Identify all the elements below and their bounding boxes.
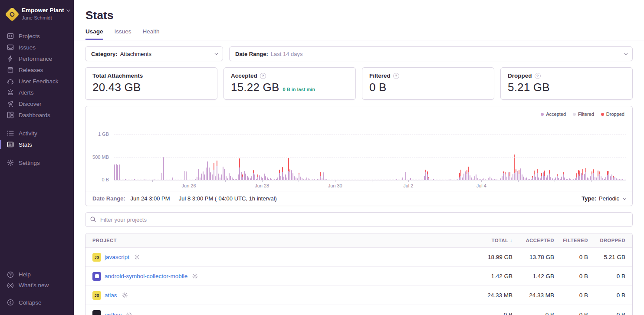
usage-bar — [523, 177, 524, 180]
sidebar-item-settings[interactable]: Settings — [0, 157, 74, 168]
stat-card-total-attachments: Total Attachments20.43 GB — [85, 67, 217, 100]
usage-bar — [595, 177, 595, 180]
usage-bar — [581, 173, 582, 180]
date-range-select[interactable]: Date Range: Last 14 days — [229, 46, 633, 61]
column-header-project[interactable]: PROJECT — [92, 238, 464, 243]
sidebar-item-what-s-new[interactable]: What's new — [0, 280, 74, 291]
usage-bar — [540, 178, 541, 180]
sidebar-item-label: User Feedback — [19, 78, 59, 85]
usage-bar — [349, 180, 350, 180]
usage-bar — [135, 180, 136, 180]
usage-bar — [409, 180, 410, 180]
usage-bar — [531, 179, 532, 180]
gear-icon — [134, 254, 140, 260]
usage-bar — [497, 180, 498, 180]
category-select[interactable]: Category: Attachments — [85, 46, 223, 61]
y-axis-tick-label: 1 GB — [98, 131, 109, 137]
usage-bar — [502, 176, 503, 180]
sidebar-item-activity[interactable]: Activity — [0, 128, 74, 139]
project-link[interactable]: atlas — [105, 292, 117, 299]
usage-bar — [203, 171, 204, 180]
platform-javascript-icon: JS — [92, 253, 101, 262]
tab-issues[interactable]: Issues — [115, 28, 131, 40]
project-settings-gear-icon[interactable] — [134, 254, 140, 260]
sidebar-item-label: Settings — [19, 160, 40, 166]
column-header-dropped[interactable]: DROPPED — [588, 238, 625, 243]
legend-label: Accepted — [546, 112, 566, 117]
project-search-input[interactable] — [85, 212, 633, 227]
sidebar-item-stats[interactable]: Stats — [0, 139, 74, 150]
usage-bar — [511, 177, 512, 180]
category-label: Category: — [91, 51, 118, 57]
table-row-android-symbol-collector-mobile: android-symbol-collector-mobile1.42 GB1.… — [85, 267, 632, 286]
tab-bar: UsageIssuesHealth — [85, 28, 631, 40]
usage-bar — [477, 178, 478, 180]
sidebar-item-label: Alerts — [19, 89, 34, 96]
usage-bar — [621, 179, 621, 180]
org-name: Empower Plant — [22, 7, 64, 14]
sidebar-item-releases[interactable]: Releases — [0, 64, 74, 75]
usage-bar — [437, 180, 438, 180]
cell-total: 1.42 GB — [464, 273, 513, 279]
help-circle-icon[interactable]: ? — [535, 73, 541, 79]
project-link[interactable]: javascript — [105, 254, 129, 260]
project-settings-gear-icon[interactable] — [122, 292, 128, 299]
sidebar-item-help[interactable]: Help — [0, 269, 74, 280]
x-axis-tick-label: Jun 28 — [255, 183, 269, 188]
usage-bar — [326, 179, 327, 180]
usage-bar — [334, 180, 335, 180]
sidebar-item-issues[interactable]: Issues — [0, 42, 74, 53]
platform-javascript-icon: JS — [92, 291, 101, 300]
usage-bar — [543, 172, 544, 180]
sidebar-item-projects[interactable]: Projects — [0, 30, 74, 42]
usage-bar — [242, 174, 243, 180]
usage-bar — [476, 174, 476, 180]
usage-bar — [535, 177, 536, 180]
tab-health[interactable]: Health — [143, 28, 160, 40]
usage-bar — [526, 177, 527, 180]
sidebar-item-dashboards[interactable]: Dashboards — [0, 109, 74, 121]
sidebar-item-collapse[interactable]: Collapse — [0, 297, 74, 308]
column-header-filtered[interactable]: FILTERED — [554, 238, 588, 243]
legend-item-accepted[interactable]: Accepted — [541, 112, 566, 117]
sidebar-item-performance[interactable]: Performance — [0, 53, 74, 64]
sidebar-item-alerts[interactable]: Alerts — [0, 87, 74, 98]
usage-bar — [155, 180, 156, 180]
legend-item-dropped[interactable]: Dropped — [601, 112, 624, 117]
usage-bar — [114, 164, 115, 180]
usage-bar — [598, 171, 598, 180]
table-row-airflow: airflow0 B0 B0 B0 B — [85, 305, 632, 315]
usage-bar — [483, 178, 484, 180]
project-link[interactable]: android-symbol-collector-mobile — [105, 273, 187, 279]
usage-bar — [618, 179, 618, 180]
sidebar-item-discover[interactable]: Discover — [0, 98, 74, 109]
nav-secondary: ActivityStats — [0, 128, 74, 150]
chart-type-select[interactable]: Type: Periodic — [582, 195, 625, 202]
usage-bar — [534, 171, 535, 180]
help-circle-icon[interactable]: ? — [393, 73, 399, 79]
column-header-accepted[interactable]: ACCEPTED — [513, 238, 554, 243]
usage-bar — [564, 177, 565, 180]
collapse-icon — [7, 299, 14, 306]
project-link[interactable]: airflow — [105, 312, 122, 315]
tab-usage[interactable]: Usage — [85, 28, 103, 40]
usage-bar — [325, 179, 325, 180]
legend-item-filtered[interactable]: Filtered — [573, 112, 594, 117]
x-axis-tick — [555, 180, 555, 182]
usage-bar — [383, 180, 384, 180]
settings-icon — [7, 159, 14, 166]
project-settings-gear-icon[interactable] — [192, 273, 198, 279]
usage-bar — [151, 180, 151, 180]
usage-bar — [442, 180, 443, 180]
sidebar-item-user-feedback[interactable]: User Feedback — [0, 75, 74, 87]
date-range-value: Last 14 days — [271, 51, 303, 57]
column-header-total[interactable]: TOTAL ↓ — [464, 238, 513, 243]
usage-bar — [178, 180, 179, 180]
usage-bar — [172, 177, 173, 180]
help-circle-icon[interactable]: ? — [260, 73, 266, 79]
project-settings-gear-icon[interactable] — [126, 312, 132, 315]
usage-bar — [343, 180, 344, 180]
org-switcher[interactable]: Empower Plant Jane Schmidt — [0, 6, 74, 23]
usage-bar — [177, 180, 177, 180]
main-content: Stats UsageIssuesHealth Category: Attach… — [74, 0, 644, 315]
